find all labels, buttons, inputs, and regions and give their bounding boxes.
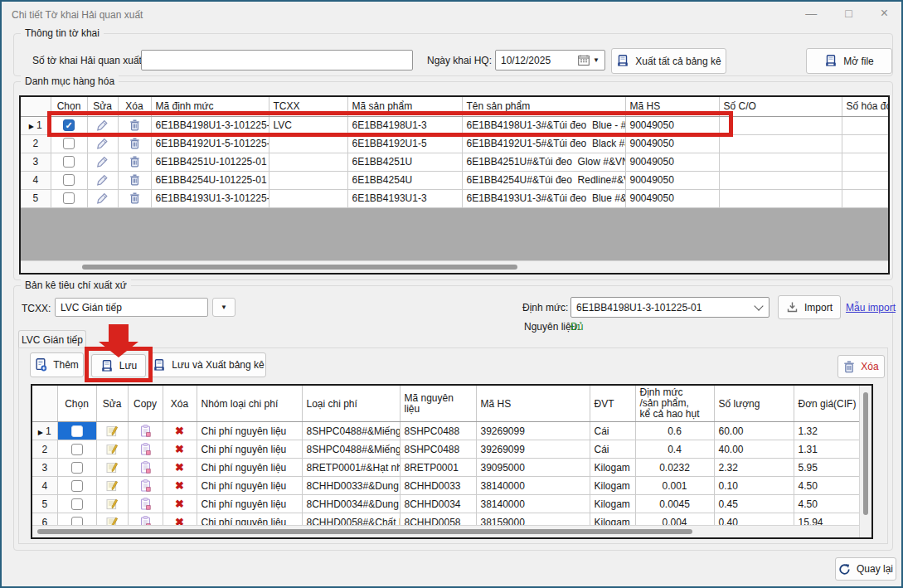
edit-note-icon[interactable] [106,462,119,474]
delete-x-icon[interactable]: ✖ [175,498,184,510]
delete-x-icon[interactable]: ✖ [175,425,184,437]
save-button[interactable]: Lưu [91,354,146,377]
delete-x-icon[interactable]: ✖ [175,479,184,492]
col-loai-chi-phi[interactable]: Loại chi phí [302,386,400,422]
checkbox-unchecked[interactable] [63,192,75,204]
col-xoa[interactable]: Xóa [163,386,197,422]
row-header[interactable]: 6 [32,513,57,526]
col-xoa[interactable]: Xóa [118,97,151,116]
col-ma-hs[interactable]: Mã HS [476,386,590,422]
delete-x-icon[interactable]: ✖ [175,443,184,455]
col-chon[interactable]: Chọn [51,97,87,116]
tab-lvc-gian-tiep[interactable]: LVC Gián tiếp [18,330,86,348]
col-nhom-loai-chi-phi[interactable]: Nhóm loại chi phí [197,386,302,422]
trash-icon[interactable] [129,174,140,186]
edit-note-icon[interactable] [106,480,119,492]
cell-don-gia: 1.31 [794,440,859,459]
import-template-link[interactable]: Mẫu import [846,302,896,313]
col-ten-san-pham[interactable]: Tên sản phẩm [462,97,625,116]
save-and-export-button[interactable]: Lưu và Xuất bảng kê [151,352,266,377]
tcxx-dropdown-button[interactable]: ▼ [212,298,235,317]
row-header[interactable]: 5 [32,495,57,513]
copy-clipboard-icon[interactable] [140,443,151,455]
col-so-hoa-don[interactable]: Số hóa đơn [842,97,888,116]
import-button[interactable]: Import [778,295,841,319]
edit-pencil-icon[interactable] [96,156,109,168]
col-chon[interactable]: Chọn [57,386,96,422]
add-button[interactable]: Thêm [30,352,84,377]
trash-icon[interactable] [129,138,140,149]
maximize-button[interactable]: □ [845,7,852,20]
delete-button[interactable]: Xóa [837,355,885,378]
col-ma-nguyen-lieu[interactable]: Mã nguyên liệu [400,386,476,422]
goods-horizontal-scrollbar[interactable] [21,260,888,273]
row-header[interactable]: ▶1 [32,422,57,440]
trash-icon[interactable] [129,156,140,168]
row-header[interactable]: 3 [21,153,51,171]
export-all-button[interactable]: Xuất tất cả bảng kê [611,48,726,74]
edit-note-icon[interactable] [106,425,119,437]
cost-vertical-scrollbar[interactable] [859,386,871,537]
col-copy[interactable]: Copy [128,386,163,422]
copy-clipboard-icon[interactable] [140,516,151,525]
col-ma-dinh-muc[interactable]: Mã định mức [151,97,269,116]
copy-clipboard-icon[interactable] [140,498,151,510]
close-button[interactable]: × [881,7,888,20]
copy-clipboard-icon[interactable] [140,479,151,492]
row-header[interactable]: 2 [32,440,57,459]
delete-x-icon[interactable]: ✖ [175,461,184,474]
checkbox-unchecked[interactable] [71,517,83,525]
open-file-button[interactable]: Mở file [806,48,892,74]
row-header[interactable]: 2 [21,134,51,153]
checkbox-unchecked[interactable] [71,480,83,492]
checkbox-unchecked[interactable] [71,425,83,437]
copy-clipboard-icon[interactable] [140,461,151,474]
minimize-button[interactable]: — [805,7,817,20]
trash-icon[interactable] [129,119,140,131]
edit-pencil-icon[interactable] [96,119,109,131]
edit-note-icon[interactable] [106,517,119,525]
col-sua[interactable]: Sửa [96,386,128,422]
row-header[interactable]: 3 [32,459,57,477]
back-button[interactable]: Quay lại [835,557,896,581]
export-all-label: Xuất tất cả bảng kê [635,56,721,67]
checkbox-checked[interactable]: ✓ [63,119,75,131]
row-header[interactable]: ▶1 [21,116,51,134]
declaration-date-picker[interactable]: 10/12/2025 ▼ [495,50,605,70]
scrollbar-thumb[interactable] [863,392,868,515]
scrollbar-thumb[interactable] [37,529,692,534]
col-dvt[interactable]: ĐVT [590,386,635,422]
trash-icon[interactable] [129,192,140,204]
copy-clipboard-icon[interactable] [140,425,151,437]
checkbox-unchecked[interactable] [63,156,75,168]
checkbox-unchecked[interactable] [63,138,75,149]
dinh-muc-combobox[interactable]: 6E1BB4198U1-3-101225-01 [570,297,769,318]
edit-pencil-icon[interactable] [96,192,109,204]
cell-ten-san-pham: 6E1BB4254U#&Túi đeo Redline#&VN [462,171,625,189]
tcxx-combobox[interactable]: LVC Gián tiếp [55,298,208,317]
edit-note-icon[interactable] [106,498,119,510]
col-tcxx[interactable]: TCXX [269,97,347,116]
col-don-gia-cif[interactable]: Đơn giá(CIF) [794,386,859,422]
checkbox-unchecked[interactable] [71,498,83,510]
col-dinh-muc[interactable]: Định mức /sản phẩm, kể cả hao hụt [635,386,714,422]
scrollbar-thumb[interactable] [82,265,517,270]
col-so-luong[interactable]: Số lượng [714,386,794,422]
col-so-co[interactable]: Số C/O [719,97,842,116]
edit-pencil-icon[interactable] [96,138,109,149]
edit-pencil-icon[interactable] [96,174,109,186]
checkbox-unchecked[interactable] [63,174,75,186]
col-sua[interactable]: Sửa [87,97,118,116]
col-ma-san-pham[interactable]: Mã sản phẩm [347,97,462,116]
cost-horizontal-scrollbar[interactable] [32,525,859,537]
cell-ma-hs: 39269099 [476,422,590,440]
declaration-number-input[interactable] [141,50,413,70]
row-header[interactable]: 4 [21,171,51,189]
row-header[interactable]: 4 [32,477,57,495]
checkbox-unchecked[interactable] [71,444,83,455]
row-header[interactable]: 5 [21,189,51,207]
checkbox-unchecked[interactable] [71,462,83,474]
edit-note-icon[interactable] [106,444,119,455]
delete-x-icon[interactable]: ✖ [175,516,184,525]
col-ma-hs[interactable]: Mã HS [625,97,719,116]
